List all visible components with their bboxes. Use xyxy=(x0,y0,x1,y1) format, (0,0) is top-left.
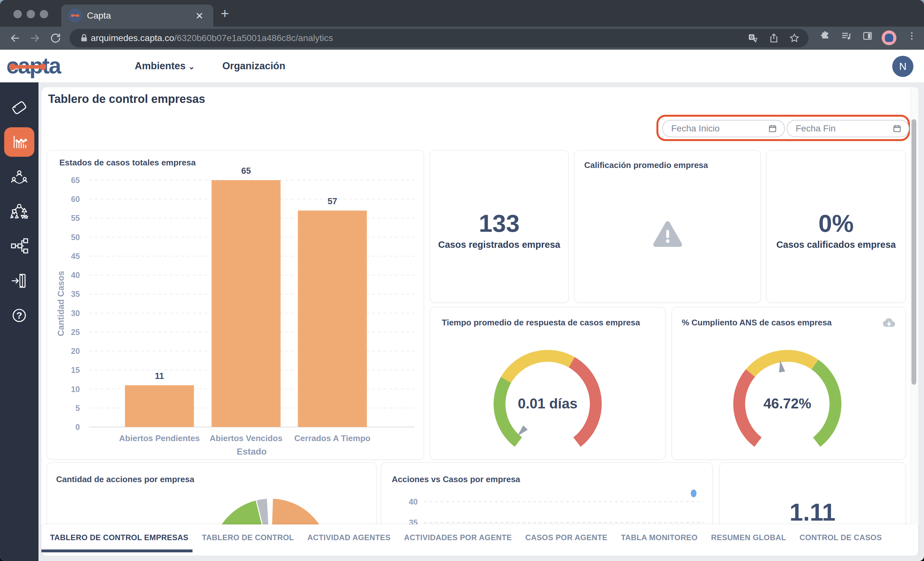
bottom-tab-5[interactable]: TABLA MONITOREO xyxy=(621,533,698,542)
browser-profile-avatar[interactable] xyxy=(882,30,896,45)
active-tab-indicator xyxy=(41,549,192,552)
card-casos-registrados: 133 Casos registrados empresa xyxy=(430,150,569,303)
app-header: capta Ambientes ⌄ Organización N xyxy=(0,50,924,82)
rating-card-title: Calificación promedio empresa xyxy=(584,160,708,170)
new-tab-button[interactable]: + xyxy=(221,8,229,19)
page-scrollbar-thumb[interactable] xyxy=(912,119,916,385)
user-avatar[interactable]: N xyxy=(892,56,914,77)
calendar-icon xyxy=(768,124,777,133)
window-minimize-button[interactable] xyxy=(27,10,35,18)
help-icon[interactable]: ? xyxy=(10,307,28,325)
card-gauge-ans: % Cumpliento ANS de casos empresa 46.72% xyxy=(672,307,906,460)
svg-text:Abiertos Pendientes: Abiertos Pendientes xyxy=(119,434,200,443)
svg-text:0: 0 xyxy=(75,422,80,431)
svg-text:65: 65 xyxy=(241,166,251,176)
team-icon[interactable] xyxy=(10,168,28,186)
svg-text:Cerrados A Tiempo: Cerrados A Tiempo xyxy=(294,434,370,443)
extensions-icon[interactable] xyxy=(820,31,830,41)
url-text: arquimedes.capta.co/6320b60b07e1a5001a48… xyxy=(91,29,333,48)
page-title: Tablero de control empresas xyxy=(48,92,205,106)
lock-icon xyxy=(79,33,89,43)
svg-text:46.72%: 46.72% xyxy=(763,396,811,411)
card-calificacion: Calificación promedio empresa xyxy=(574,150,761,303)
svg-text:60: 60 xyxy=(71,194,80,203)
bottom-tab-7[interactable]: CONTROL DE CASOS xyxy=(800,533,882,542)
tab-close-icon[interactable]: ✕ xyxy=(195,10,203,21)
url-bar[interactable]: arquimedes.capta.co/6320b60b07e1a5001a48… xyxy=(70,29,808,48)
svg-text:25: 25 xyxy=(71,328,80,337)
fecha-inicio-input[interactable]: Fecha Inicio xyxy=(662,120,785,137)
svg-text:?: ? xyxy=(16,310,22,320)
reload-icon[interactable] xyxy=(50,32,62,44)
kpi-qualified-label: Casos calificados empresa xyxy=(767,239,905,250)
analytics-icon[interactable] xyxy=(10,133,28,151)
svg-text:Cantidad Casos: Cantidad Casos xyxy=(56,271,66,336)
browser-menu-icon[interactable] xyxy=(907,31,917,41)
calendar-icon xyxy=(892,124,902,133)
browser-titlebar: Capta ✕ + xyxy=(0,0,924,27)
kpi-ratio-value: 1.11 xyxy=(720,498,905,526)
tab-title: Capta xyxy=(87,10,111,21)
tree-icon[interactable] xyxy=(10,203,28,221)
media-playlist-icon[interactable] xyxy=(841,31,852,41)
gauge-tiempo-title: Tiempo promedio de respuesta de casos em… xyxy=(442,318,640,328)
browser-toolbar: arquimedes.capta.co/6320b60b07e1a5001a48… xyxy=(0,27,924,50)
bar-chart-title: Estados de casos totales empresa xyxy=(59,158,196,168)
nav-ambientes[interactable]: Ambientes ⌄ xyxy=(135,60,195,72)
svg-text:Estado: Estado xyxy=(237,447,267,456)
bottom-strip xyxy=(39,555,924,561)
gauge-ans-chart: 46.72% xyxy=(672,307,905,459)
svg-text:35: 35 xyxy=(71,289,80,298)
capta-favicon xyxy=(68,8,82,22)
bar-chart: 05101520253035404550556065Cantidad Casos… xyxy=(47,151,423,459)
svg-text:11: 11 xyxy=(155,371,164,381)
side-panel-icon[interactable] xyxy=(862,31,873,41)
svg-text:Abiertos Vencidos: Abiertos Vencidos xyxy=(210,434,283,443)
warning-icon xyxy=(652,220,684,249)
forward-icon[interactable] xyxy=(29,32,41,44)
ticket-icon[interactable] xyxy=(10,99,28,117)
svg-text:20: 20 xyxy=(71,347,80,356)
bottom-tab-2[interactable]: ACTIVIDAD AGENTES xyxy=(308,533,390,542)
svg-text:15: 15 xyxy=(71,365,80,374)
logout-icon[interactable] xyxy=(10,272,28,290)
svg-text:55: 55 xyxy=(71,214,80,223)
svg-text:40: 40 xyxy=(409,497,418,506)
svg-text:5: 5 xyxy=(75,404,80,413)
svg-text:65: 65 xyxy=(71,176,80,185)
svg-text:57: 57 xyxy=(328,196,337,206)
bottom-tab-4[interactable]: CASOS POR AGENTE xyxy=(525,533,608,542)
bottom-tab-1[interactable]: TABLERO DE CONTROL xyxy=(202,533,294,542)
browser-window: Capta ✕ + arquimedes.capta.co/6320b60b07… xyxy=(0,0,924,561)
back-icon[interactable] xyxy=(9,32,21,44)
capta-logo[interactable]: capta xyxy=(6,53,83,79)
kpi-registered-label: Casos registrados empresa xyxy=(430,239,568,250)
date-filter-highlight: Fecha Inicio Fecha Fin xyxy=(656,115,910,141)
svg-text:40: 40 xyxy=(71,271,80,280)
chevron-down-icon: ⌄ xyxy=(188,62,195,71)
bottom-tab-3[interactable]: ACTIVIDADES POR AGENTE xyxy=(404,533,512,542)
window-close-button[interactable] xyxy=(14,10,22,18)
bottom-tabs: TABLERO DE CONTROL EMPRESASTABLERO DE CO… xyxy=(50,524,882,551)
browser-tab[interactable]: Capta ✕ xyxy=(61,4,213,27)
kpi-registered-value: 133 xyxy=(430,209,568,237)
bottom-tab-bar: TABLERO DE CONTROL EMPRESASTABLERO DE CO… xyxy=(41,524,918,555)
svg-text:G: G xyxy=(750,34,753,39)
bookmark-star-icon[interactable] xyxy=(789,33,800,43)
download-icon[interactable] xyxy=(882,316,896,331)
gauge-tiempo-chart: 0.01 días xyxy=(430,307,665,459)
card-casos-calificados: 0% Casos calificados empresa xyxy=(766,150,906,303)
card-bar-chart: Estados de casos totales empresa 0510152… xyxy=(46,150,424,460)
fecha-fin-input[interactable]: Fecha Fin xyxy=(787,120,909,137)
nav-organizacion[interactable]: Organización xyxy=(222,60,285,72)
app-sidebar: ? xyxy=(0,82,39,561)
bottom-tab-0[interactable]: TABLERO DE CONTROL EMPRESAS xyxy=(50,533,188,542)
bottom-tab-6[interactable]: RESUMEN GLOBAL xyxy=(711,533,786,542)
svg-text:30: 30 xyxy=(71,309,80,318)
share-icon[interactable] xyxy=(769,33,779,43)
translate-icon[interactable]: G xyxy=(747,33,758,43)
svg-text:45: 45 xyxy=(71,252,80,260)
svg-text:10: 10 xyxy=(71,385,80,393)
window-zoom-button[interactable] xyxy=(40,10,48,18)
network-icon[interactable] xyxy=(10,237,28,255)
